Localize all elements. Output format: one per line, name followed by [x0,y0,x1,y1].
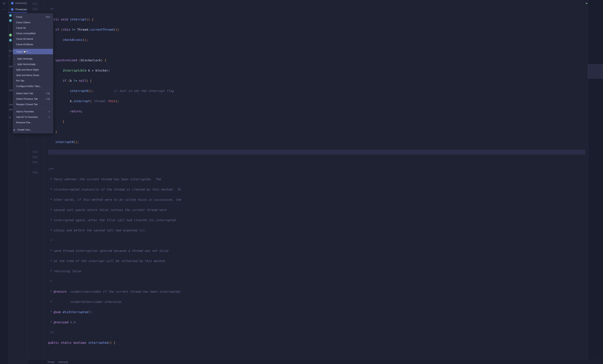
menu-select-next-tab[interactable]: Select Next Tab⇧⌘] [13,91,53,96]
menu-close-all[interactable]: Close All [13,25,53,31]
tab-thread[interactable]: Thread.java [8,6,27,13]
menu-rename-file[interactable]: Rename File... [13,120,53,125]
method-badge: m [9,14,12,17]
breadcrumb-class[interactable]: Thread [47,361,55,364]
shortcut: ⇧⌘[ [45,98,50,100]
minimap-viewport[interactable] [588,64,603,79]
settings-icon[interactable]: ⚙ [0,1,8,6]
gutter-line: 944 [27,160,43,165]
marker-ok [586,3,587,4]
menu-pin-tab[interactable]: Pin Tab [13,78,53,83]
class-icon [11,2,14,5]
split-horizontal-icon: ⫠ [13,63,17,66]
menu-close-all-below[interactable]: Close All Below [13,42,53,47]
menu-close-all-above[interactable]: Close All Above [13,36,53,42]
gutter-line: 946 [27,170,43,175]
shortcut: ⇧⌘] [45,92,50,95]
minimize-icon[interactable]: — [0,7,8,12]
menu-separator [13,126,53,126]
tabs-bar-2: Thread.java [8,6,27,13]
menu-select-previous-tab[interactable]: Select Previous Tab⇧⌘[ [13,96,53,102]
menu-close-unmodified[interactable]: Close Unmodified [13,31,53,36]
menu-reopen-closed-tab[interactable]: Reopen Closed Tab [13,102,53,107]
code-editor[interactable]: */ public void interrupt() { if (this !=… [45,0,585,360]
tab-label: AbstractQueue... [15,2,27,5]
gutter-line: 942 [27,150,43,155]
editor-container: 913 914 942 943 944 946 */ public void i… [27,0,603,360]
menu-split-horizontally[interactable]: ⫠Split Horizontally [13,61,53,67]
class-icon [11,8,14,11]
menu-split-move-right[interactable]: Split and Move Right [13,67,53,72]
menu-copy-path[interactable]: Copy Path... [13,49,53,54]
tab-abstract-queue[interactable]: AbstractQueue... [8,0,27,6]
menu-add-all-to-favorites[interactable]: Add All To Favorites▸ [13,114,53,120]
menu-close[interactable]: Close⌘W [13,14,53,20]
menu-split-move-down[interactable]: Split and Move Down [13,72,53,78]
menu-separator [13,90,53,90]
menu-close-others[interactable]: Close Others [13,20,53,25]
submenu-arrow-icon: ▸ [49,116,50,118]
minimap[interactable] [588,0,603,360]
github-icon: ◐ [13,129,17,131]
menu-separator [13,55,53,55]
left-sidebar: ⚙ — [0,0,8,364]
method-badge: m [9,19,12,22]
gutter-line: 943 [27,155,43,160]
gutter-line: 914 [27,7,43,12]
submenu-arrow-icon: ▸ [49,110,50,113]
menu-split-vertically[interactable]: ⫞Split Vertically [13,56,53,61]
method-badge: m [9,39,12,42]
tabs-bar: AbstractQueue... [8,0,27,6]
split-vertical-icon: ⫞ [13,58,17,60]
menu-create-gist[interactable]: ◐Create Gist... [13,127,53,132]
marker-strip[interactable] [585,0,588,360]
breadcrumb-method[interactable]: interrupt() [58,361,68,364]
final-badge: f [9,34,12,36]
shortcut: ⌘W [46,16,50,18]
breadcrumb: Thread › interrupt() [27,360,603,364]
tab-label: Thread.java [15,8,27,11]
breadcrumb-separator: › [56,361,57,364]
tab-context-menu: Close⌘W Close Others Close All Close Unm… [13,13,53,133]
menu-add-to-favorites[interactable]: Add to Favorites▸ [13,109,53,114]
main-editor-area: 913 914 942 943 944 946 */ public void i… [27,0,603,364]
menu-configure-tabs[interactable]: Configure Editor Tabs... [13,83,53,89]
gutter-line: 913 [27,1,43,7]
